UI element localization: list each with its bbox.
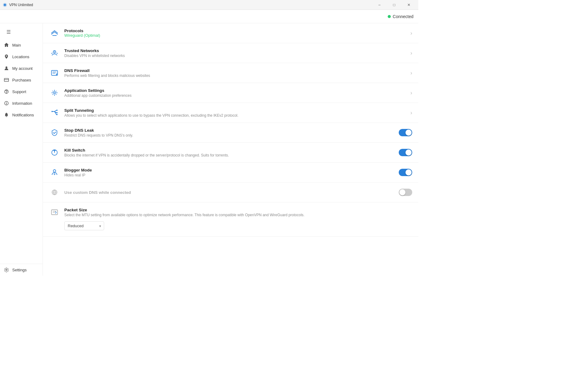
- protocols-title: Protocols: [64, 28, 410, 33]
- svg-point-9: [54, 51, 55, 52]
- titlebar: VPN Unlimited – □ ✕: [0, 0, 418, 10]
- custom-dns-icon: [49, 187, 60, 198]
- svg-point-13: [51, 111, 53, 112]
- packet-size-desc: Select the MTU setting from available op…: [64, 213, 412, 217]
- app-settings-right: ›: [410, 90, 412, 96]
- sidebar-item-support[interactable]: Support: [0, 86, 43, 97]
- sidebar-label-notifications: Notifications: [12, 113, 34, 117]
- blogger-mode-title: Blogger Mode: [64, 168, 399, 172]
- trusted-networks-chevron-icon: ›: [410, 50, 412, 56]
- maximize-button[interactable]: □: [387, 0, 401, 10]
- kill-switch-title: Kill Switch: [64, 148, 399, 153]
- stop-dns-leak-right: [399, 129, 412, 136]
- settings-row-kill-switch[interactable]: Kill Switch Blocks the internet if VPN i…: [43, 143, 418, 163]
- kill-switch-toggle[interactable]: [399, 149, 412, 156]
- app-settings-title: Application Settings: [64, 88, 410, 93]
- blogger-mode-toggle[interactable]: [399, 169, 412, 176]
- settings-section-packet-size: Packet Size Select the MTU setting from …: [43, 202, 418, 237]
- stop-dns-leak-desc: Restrict DNS requests to VPN DNS's only.: [64, 133, 399, 138]
- hamburger-button[interactable]: ☰: [2, 27, 15, 37]
- custom-dns-right: [399, 189, 412, 196]
- settings-row-custom-dns[interactable]: Use custom DNS while connected: [43, 183, 418, 202]
- main-layout: ☰ Main Locations: [0, 23, 418, 276]
- settings-row-dns-firewall[interactable]: DNS Firewall Performs web filtering and …: [43, 63, 418, 83]
- sidebar-label-main: Main: [12, 43, 21, 47]
- kill-switch-desc: Blocks the internet if VPN is accidental…: [64, 153, 399, 157]
- settings-row-stop-dns-leak[interactable]: Stop DNS Leak Restrict DNS requests to V…: [43, 123, 418, 143]
- settings-row-split-tunneling[interactable]: Split Tunneling Allows you to select whi…: [43, 103, 418, 123]
- svg-point-6: [6, 93, 7, 93]
- sidebar-item-my-account[interactable]: My account: [0, 62, 43, 74]
- svg-rect-21: [51, 210, 58, 215]
- kill-switch-right: [399, 149, 412, 156]
- app-settings-chevron-icon: ›: [410, 90, 412, 96]
- settings-row-trusted-networks[interactable]: Trusted Networks Disables VPN in whiteli…: [43, 43, 418, 63]
- split-tunneling-title: Split Tunneling: [64, 108, 410, 113]
- packet-size-dropdown[interactable]: Reduced Unlimited Custom: [64, 221, 104, 230]
- dns-firewall-text: DNS Firewall Performs web filtering and …: [64, 68, 410, 78]
- svg-point-17: [53, 170, 56, 172]
- sidebar-item-settings[interactable]: Settings: [0, 264, 43, 276]
- custom-dns-title: Use custom DNS while connected: [64, 190, 399, 195]
- dns-firewall-desc: Performs web filtering and blocks malici…: [64, 74, 410, 78]
- packet-size-header: Packet Size Select the MTU setting from …: [49, 207, 412, 218]
- trusted-networks-title: Trusted Networks: [64, 48, 410, 53]
- packet-size-dropdown-wrapper: Reduced Unlimited Custom ▼: [64, 221, 104, 230]
- support-icon: [4, 89, 9, 94]
- settings-row-protocols[interactable]: Protocols Wireguard (Optimal) ›: [43, 23, 418, 43]
- app-logo-icon: [2, 2, 7, 7]
- sidebar-item-main[interactable]: Main: [0, 39, 43, 51]
- blogger-mode-desc: Hides real IP: [64, 173, 399, 177]
- purchases-icon: [4, 77, 9, 83]
- packet-size-text: Packet Size Select the MTU setting from …: [64, 208, 412, 217]
- trusted-networks-text: Trusted Networks Disables VPN in whiteli…: [64, 48, 410, 58]
- blogger-mode-toggle-knob: [405, 169, 412, 175]
- split-tunneling-chevron-icon: ›: [410, 110, 412, 116]
- custom-dns-toggle[interactable]: [399, 189, 412, 196]
- blogger-mode-right: [399, 169, 412, 176]
- svg-rect-4: [4, 78, 9, 81]
- svg-point-15: [56, 112, 58, 113]
- dns-firewall-icon: [49, 67, 60, 78]
- titlebar-left: VPN Unlimited: [2, 2, 33, 7]
- stop-dns-leak-toggle[interactable]: [399, 129, 412, 136]
- blogger-mode-icon: [49, 167, 60, 178]
- sidebar-item-purchases[interactable]: Purchases: [0, 74, 43, 86]
- dns-firewall-chevron-icon: ›: [410, 70, 412, 76]
- info-icon: [4, 100, 9, 106]
- svg-point-3: [6, 66, 7, 68]
- gear-icon: [4, 267, 9, 273]
- bell-icon: [4, 112, 9, 118]
- stop-dns-leak-text: Stop DNS Leak Restrict DNS requests to V…: [64, 128, 399, 138]
- svg-point-12: [54, 92, 55, 94]
- svg-point-14: [56, 110, 58, 111]
- settings-row-app-settings[interactable]: Application Settings Additional app cust…: [43, 83, 418, 103]
- stop-dns-leak-toggle-knob: [405, 130, 412, 136]
- sidebar-label-locations: Locations: [12, 55, 29, 59]
- sidebar-label-my-account: My account: [12, 66, 32, 71]
- protocols-right: ›: [410, 30, 412, 36]
- kill-switch-text: Kill Switch Blocks the internet if VPN i…: [64, 148, 399, 157]
- packet-size-title: Packet Size: [64, 208, 412, 212]
- split-tunneling-text: Split Tunneling Allows you to select whi…: [64, 108, 410, 118]
- kill-switch-toggle-knob: [405, 149, 412, 156]
- sidebar-item-locations[interactable]: Locations: [0, 51, 43, 62]
- account-icon: [4, 66, 9, 71]
- protocols-icon: [49, 28, 60, 39]
- minimize-button[interactable]: –: [372, 0, 386, 10]
- close-button[interactable]: ✕: [402, 0, 416, 10]
- settings-content: Protocols Wireguard (Optimal) › Trusted …: [43, 23, 418, 276]
- trusted-networks-desc: Disables VPN in whitelisted networks: [64, 54, 410, 58]
- sidebar-item-information[interactable]: Information: [0, 97, 43, 109]
- sidebar-label-support: Support: [12, 89, 26, 94]
- sidebar-item-notifications[interactable]: Notifications: [0, 109, 43, 121]
- split-tunneling-desc: Allows you to select which applications …: [64, 113, 410, 118]
- window-controls: – □ ✕: [372, 0, 416, 10]
- blogger-mode-text: Blogger Mode Hides real IP: [64, 168, 399, 177]
- stop-dns-leak-title: Stop DNS Leak: [64, 128, 399, 133]
- protocols-chevron-icon: ›: [410, 30, 412, 36]
- sidebar-label-information: Information: [12, 101, 32, 106]
- settings-row-blogger-mode[interactable]: Blogger Mode Hides real IP: [43, 163, 418, 183]
- trusted-networks-right: ›: [410, 50, 412, 56]
- connected-dot-icon: [388, 15, 391, 18]
